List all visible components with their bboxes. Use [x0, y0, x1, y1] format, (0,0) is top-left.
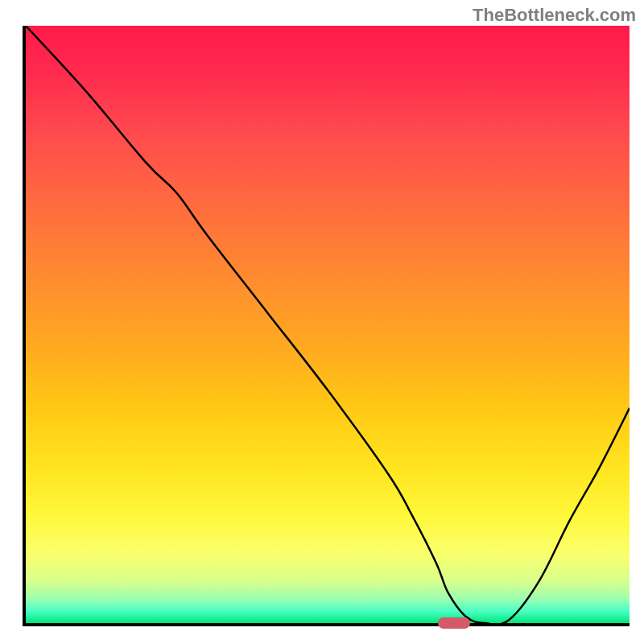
- chart-marker: [438, 617, 470, 629]
- chart-curve: [26, 26, 630, 623]
- watermark-text: TheBottleneck.com: [473, 5, 636, 26]
- chart-plot-area: [23, 26, 630, 626]
- chart-line-svg: [26, 26, 630, 623]
